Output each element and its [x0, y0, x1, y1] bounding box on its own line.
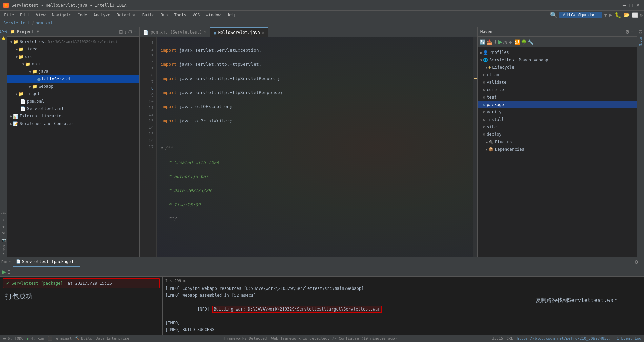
- todo-icon[interactable]: ✎: [1, 217, 7, 223]
- code-minimap[interactable]: [473, 37, 477, 257]
- run-config-button[interactable]: Add Configuration...: [559, 12, 602, 18]
- maven-package[interactable]: ⚙ package: [478, 101, 637, 108]
- settings-icon-toolbar[interactable]: ⚙: [640, 12, 643, 18]
- menu-code[interactable]: Code: [75, 12, 90, 18]
- play-icon[interactable]: ▶: [609, 12, 612, 18]
- menu-navigate[interactable]: Navigate: [49, 12, 74, 18]
- maven-m-button[interactable]: m: [503, 39, 507, 45]
- minimize-button[interactable]: ─: [622, 3, 627, 8]
- structure-icon[interactable]: 2Str: [1, 210, 7, 216]
- menu-view[interactable]: View: [33, 12, 48, 18]
- terminal-icon[interactable]: ⬛: [47, 336, 52, 341]
- maven-vtab[interactable]: Maven: [638, 36, 643, 47]
- menu-vcs[interactable]: VCS: [190, 12, 203, 18]
- todo-status-icon[interactable]: ☰: [3, 336, 6, 341]
- maven-wrench-button[interactable]: 🔧: [528, 39, 534, 45]
- line-ending[interactable]: CRL: [506, 336, 513, 341]
- maven-install[interactable]: ⚙ install: [478, 116, 637, 123]
- scroll-to-button[interactable]: ↕: [124, 29, 127, 35]
- close-panel-button[interactable]: −: [134, 29, 137, 35]
- tree-item-helloservlet[interactable]: ● HelloServlet: [7, 75, 139, 83]
- run-status-icon[interactable]: ▶: [27, 336, 29, 341]
- menu-help[interactable]: Help: [224, 12, 239, 18]
- frameworks-detected[interactable]: Frameworks Detected: Web framework is de…: [224, 336, 397, 341]
- debug-icon[interactable]: 🐛: [615, 12, 621, 18]
- url-link[interactable]: https://blog.csdn.net/pelmc/210_50997485…: [517, 336, 613, 341]
- menu-refactor[interactable]: Refactor: [114, 12, 139, 18]
- fav-icon[interactable]: ♥: [1, 224, 7, 230]
- gear-panel-button[interactable]: ⚙: [128, 29, 133, 35]
- maven-run-button[interactable]: ▶: [498, 39, 502, 45]
- run-tab-close[interactable]: ✕: [75, 259, 77, 264]
- maven-plugins[interactable]: ▶ 🔌 Plugins: [478, 138, 637, 146]
- terminal-label[interactable]: Terminal: [54, 336, 72, 341]
- run-minimize-button[interactable]: −: [640, 259, 643, 265]
- maven-project[interactable]: ▼ 🌐 Servlettest Maven Webapp: [478, 56, 637, 64]
- database-tab[interactable]: DB: [638, 28, 643, 35]
- build-label[interactable]: Build: [81, 336, 92, 341]
- maven-skip-button[interactable]: ⏭: [508, 39, 513, 45]
- menu-window[interactable]: Window: [203, 12, 223, 18]
- web-label[interactable]: Web: [2, 245, 5, 251]
- scroll-down-button[interactable]: ▼: [7, 272, 11, 276]
- run-settings-button[interactable]: ⚙: [634, 259, 639, 265]
- code-editor[interactable]: 1 2 3 4 5 6 7 8 9 10 11 12 13: [140, 37, 477, 257]
- run-play-button[interactable]: ▶: [2, 269, 6, 275]
- camera-icon[interactable]: 📷: [1, 237, 7, 243]
- tree-item-webapp[interactable]: ▶ 📁 webapp: [7, 83, 139, 90]
- tab-helloservlet[interactable]: ● HelloServlet.java ✕: [210, 27, 268, 37]
- run-status-item[interactable]: ✓ Servlettest [package]: at 2021/3/29 15…: [3, 278, 160, 288]
- maven-settings-button[interactable]: ⚙: [625, 29, 630, 35]
- close-button[interactable]: ✕: [635, 3, 641, 8]
- bookmark-icon[interactable]: ⭐: [1, 35, 7, 41]
- maven-verify[interactable]: ⚙ verify: [478, 108, 637, 116]
- maven-dependencies[interactable]: ▶ 📦 Dependencies: [478, 146, 637, 153]
- maven-download-button[interactable]: ⬇: [493, 39, 497, 45]
- maven-refresh-button[interactable]: 🔄: [480, 39, 485, 45]
- build-icon[interactable]: 🔨: [75, 336, 80, 341]
- tree-item-target[interactable]: ▶ 📁 target: [7, 90, 139, 98]
- search-icon[interactable]: 🔍: [550, 11, 557, 18]
- collapse-all-button[interactable]: ⊞: [119, 29, 123, 35]
- eye-icon[interactable]: 👁: [1, 231, 7, 237]
- folder-icon-toolbar[interactable]: 📂: [623, 12, 630, 18]
- breadcrumb-file[interactable]: pom.xml: [36, 21, 53, 25]
- maven-close-button[interactable]: −: [631, 29, 634, 35]
- run-status-tab-label[interactable]: 4: Run: [31, 336, 44, 341]
- breadcrumb-project[interactable]: Servlettest: [3, 21, 30, 25]
- tab-helloservlet-close[interactable]: ✕: [262, 30, 264, 35]
- code-content[interactable]: import javax.servlet.ServletException; i…: [157, 37, 473, 257]
- tree-item-java[interactable]: ▼ 📁 java: [7, 68, 139, 75]
- tab-pomxml[interactable]: 📄 pom.xml (Servlettest) ✕: [140, 27, 210, 37]
- tree-item-extlib[interactable]: ▶ 📊 External Libraries: [7, 112, 139, 120]
- tree-item-pomxml[interactable]: 📄 pom.xml: [7, 98, 139, 105]
- maven-deploy[interactable]: ⚙ deploy: [478, 131, 637, 138]
- menu-build[interactable]: Build: [140, 12, 157, 18]
- tree-item-idea[interactable]: ▶ 📁 .idea: [7, 45, 139, 53]
- event-log-badge[interactable]: 1 Event Log: [617, 336, 641, 341]
- java-enterprise-label[interactable]: Java Enterprise: [96, 336, 129, 341]
- tree-item-root[interactable]: ▼ 📁 Servlettest D:\JAVA\work\210329\Serv…: [7, 38, 139, 45]
- tree-item-iml[interactable]: 📄 Servlettest.iml: [7, 105, 139, 112]
- maven-validate[interactable]: ⚙ validate: [478, 79, 637, 86]
- menu-analyze[interactable]: Analyze: [90, 12, 113, 18]
- maven-site[interactable]: ⚙ site: [478, 123, 637, 131]
- menu-run[interactable]: Run: [158, 12, 171, 18]
- tree-item-scratches[interactable]: ▶ 📝 Scratches and Consoles: [7, 120, 139, 127]
- maximize-button[interactable]: □: [628, 3, 634, 8]
- menu-edit[interactable]: Edit: [17, 12, 33, 18]
- tree-item-main[interactable]: ▼ 📁 main: [7, 60, 139, 68]
- menu-file[interactable]: File: [1, 12, 17, 18]
- menu-tools[interactable]: Tools: [172, 12, 189, 18]
- maven-profiles[interactable]: ▶ 👤 Profiles: [478, 49, 637, 56]
- scroll-up-button[interactable]: ▲: [7, 268, 11, 272]
- maven-compile[interactable]: ⚙ compile: [478, 86, 637, 93]
- tree-item-src[interactable]: ▼ 📁 src: [7, 53, 139, 60]
- maven-test[interactable]: ⚙ test: [478, 93, 637, 101]
- layout-icon[interactable]: ⬜: [632, 12, 638, 18]
- maven-lifecycle[interactable]: ▼ ⚙ Lifecycle: [478, 64, 637, 71]
- maven-add-button[interactable]: 📥: [486, 39, 492, 45]
- todo-status-label[interactable]: 6: TODO: [8, 336, 23, 341]
- project-icon[interactable]: 1Proj: [1, 28, 7, 35]
- maven-clean[interactable]: ⚙ clean: [478, 71, 637, 79]
